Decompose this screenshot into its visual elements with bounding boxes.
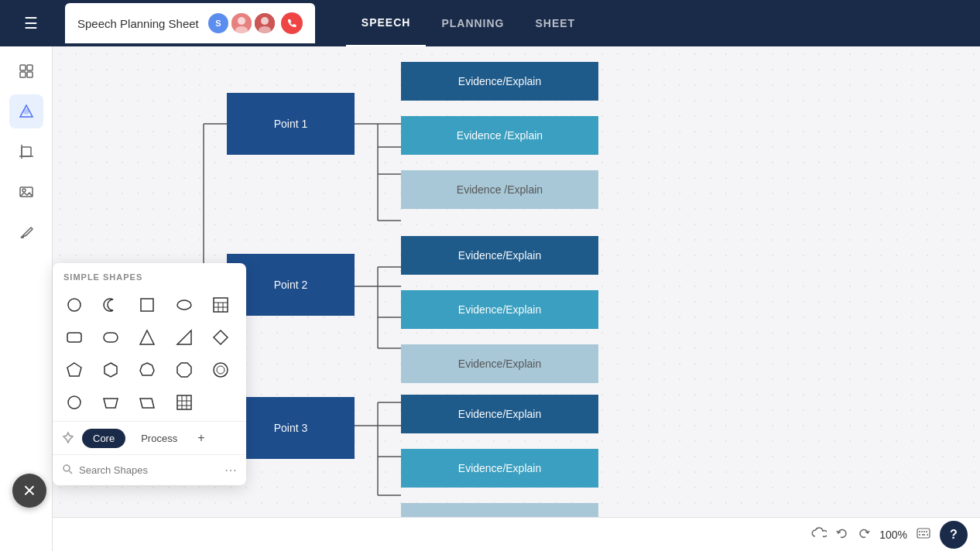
shape-circle3[interactable] bbox=[59, 387, 90, 418]
svg-rect-7 bbox=[27, 65, 33, 70]
evidence-2-1[interactable]: Evidence/Explain bbox=[401, 236, 598, 275]
svg-rect-60 bbox=[177, 395, 191, 409]
shapes-grid bbox=[53, 286, 246, 421]
svg-rect-12 bbox=[22, 147, 31, 156]
shape-square[interactable] bbox=[132, 289, 163, 320]
shape-heptagon[interactable] bbox=[132, 354, 163, 385]
shape-octagon[interactable] bbox=[169, 354, 200, 385]
header-left: ☰ bbox=[0, 0, 62, 46]
avatar-1: S bbox=[208, 13, 228, 33]
svg-point-16 bbox=[22, 189, 26, 192]
sidebar-item-image[interactable] bbox=[9, 175, 43, 209]
point-1-node[interactable]: Point 1 bbox=[227, 93, 355, 155]
shape-pentagon[interactable] bbox=[59, 354, 90, 385]
svg-marker-59 bbox=[140, 399, 154, 408]
keyboard-icon[interactable] bbox=[917, 528, 930, 542]
shape-oval[interactable] bbox=[169, 289, 200, 320]
svg-point-56 bbox=[217, 366, 224, 374]
shape-crescent[interactable] bbox=[95, 289, 126, 320]
shape-trapezoid[interactable] bbox=[95, 387, 126, 418]
svg-marker-50 bbox=[214, 330, 228, 344]
tab-process[interactable]: Process bbox=[130, 429, 188, 448]
nav-tabs: SPEECH PLANNING SHEET bbox=[346, 0, 591, 46]
svg-point-4 bbox=[261, 17, 269, 25]
svg-marker-52 bbox=[105, 363, 117, 377]
avatar-3 bbox=[255, 13, 275, 33]
svg-marker-58 bbox=[104, 399, 118, 408]
more-options-icon[interactable]: ⋯ bbox=[224, 463, 237, 477]
phone-icon[interactable] bbox=[281, 12, 303, 34]
svg-marker-49 bbox=[177, 330, 191, 344]
shapes-search-bar: ⋯ bbox=[53, 454, 246, 485]
shape-grid[interactable] bbox=[169, 387, 200, 418]
shapes-tabs-bar: Core Process + bbox=[53, 421, 246, 454]
shapes-panel: SIMPLE SHAPES Core Process + bbox=[53, 263, 246, 485]
svg-rect-8 bbox=[20, 72, 26, 77]
svg-rect-47 bbox=[104, 333, 118, 342]
shape-circle[interactable] bbox=[59, 289, 90, 320]
undo-icon[interactable] bbox=[836, 527, 848, 542]
pin-icon bbox=[62, 431, 74, 446]
svg-point-55 bbox=[214, 363, 228, 377]
svg-rect-46 bbox=[67, 333, 81, 342]
shape-right-triangle[interactable] bbox=[169, 322, 200, 353]
bottom-bar: 100% ? bbox=[53, 517, 980, 551]
title-bar: Speech Planning Sheet S bbox=[65, 3, 315, 43]
search-icon bbox=[62, 464, 73, 477]
svg-rect-9 bbox=[27, 72, 33, 77]
svg-point-38 bbox=[68, 299, 81, 311]
svg-marker-54 bbox=[177, 363, 191, 377]
document-title: Speech Planning Sheet bbox=[77, 17, 199, 30]
tab-speech[interactable]: SPEECH bbox=[346, 0, 427, 46]
sidebar-item-menu[interactable] bbox=[9, 54, 43, 88]
shape-parallelogram[interactable] bbox=[132, 387, 163, 418]
shape-hexagon[interactable] bbox=[95, 354, 126, 385]
sidebar-item-shapes[interactable] bbox=[9, 94, 43, 128]
avatars: S bbox=[208, 12, 303, 34]
svg-point-11 bbox=[24, 109, 29, 114]
point-1-label: Point 1 bbox=[274, 118, 308, 130]
shapes-section-title: SIMPLE SHAPES bbox=[53, 263, 246, 286]
point-2-label: Point 2 bbox=[274, 279, 308, 291]
add-tab-button[interactable]: + bbox=[193, 428, 209, 448]
svg-marker-53 bbox=[140, 363, 154, 375]
svg-marker-48 bbox=[140, 330, 154, 344]
sidebar-item-crop[interactable] bbox=[9, 135, 43, 169]
shape-diamond[interactable] bbox=[205, 322, 236, 353]
evidence-2-3[interactable]: Evidence/Explain bbox=[401, 344, 598, 383]
evidence-1-2[interactable]: Evidence /Explain bbox=[401, 116, 598, 155]
help-button[interactable]: ? bbox=[940, 521, 968, 549]
svg-rect-67 bbox=[917, 529, 930, 538]
svg-rect-39 bbox=[141, 299, 153, 311]
tab-sheet[interactable]: SHEET bbox=[520, 0, 591, 46]
shape-table[interactable] bbox=[205, 289, 236, 320]
hamburger-icon[interactable]: ☰ bbox=[24, 14, 38, 33]
point-3-label: Point 3 bbox=[274, 422, 308, 434]
svg-point-1 bbox=[238, 17, 245, 25]
fab-close-button[interactable]: × bbox=[12, 474, 46, 508]
svg-point-65 bbox=[63, 465, 70, 471]
sidebar-item-draw[interactable] bbox=[9, 215, 43, 249]
evidence-2-2[interactable]: Evidence/Explain bbox=[401, 290, 598, 329]
avatar-2 bbox=[231, 13, 252, 33]
shape-circle2[interactable] bbox=[205, 354, 236, 385]
svg-rect-41 bbox=[214, 298, 228, 312]
evidence-1-1[interactable]: Evidence/Explain bbox=[401, 62, 598, 101]
shape-rect-rounded[interactable] bbox=[59, 322, 90, 353]
zoom-level: 100% bbox=[879, 529, 907, 541]
cloud-icon[interactable] bbox=[811, 527, 827, 542]
search-shapes-input[interactable] bbox=[79, 464, 218, 476]
evidence-3-2[interactable]: Evidence/Explain bbox=[401, 449, 598, 488]
tab-core[interactable]: Core bbox=[82, 429, 125, 448]
redo-icon[interactable] bbox=[858, 527, 870, 542]
shape-rect-pill[interactable] bbox=[95, 322, 126, 353]
evidence-3-1[interactable]: Evidence/Explain bbox=[401, 395, 598, 433]
tab-planning[interactable]: PLANNING bbox=[426, 0, 519, 46]
shape-triangle[interactable] bbox=[132, 322, 163, 353]
header: ☰ Speech Planning Sheet S SPEECH PLANNIN… bbox=[0, 0, 980, 46]
svg-line-66 bbox=[70, 471, 73, 474]
svg-marker-51 bbox=[67, 363, 81, 376]
evidence-1-3[interactable]: Evidence /Explain bbox=[401, 170, 598, 209]
svg-rect-6 bbox=[20, 65, 26, 70]
svg-point-57 bbox=[68, 396, 81, 409]
